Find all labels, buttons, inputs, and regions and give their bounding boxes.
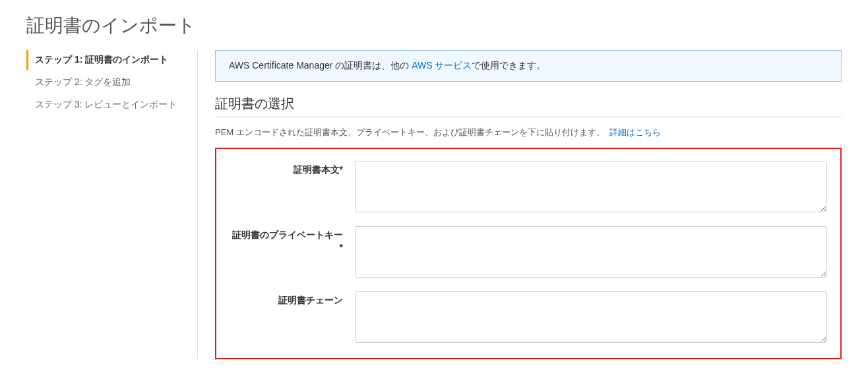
step-label: ステップ 1: 証明書のインポート (35, 54, 168, 65)
main-layout: ステップ 1: 証明書のインポート ステップ 2: タグを追加 ステップ 3: … (26, 50, 842, 359)
step-label: ステップ 2: タグを追加 (35, 76, 131, 87)
section-description-text: PEM エンコードされた証明書本文、プライベートキー、および証明書チェーンを下に… (215, 127, 605, 137)
step-2-add-tags[interactable]: ステップ 2: タグを追加 (26, 73, 184, 92)
info-banner: AWS Certificate Manager の証明書は、他の AWS サービ… (215, 50, 842, 82)
section-description: PEM エンコードされた証明書本文、プライベートキー、および証明書チェーンを下に… (215, 127, 842, 138)
form-row-chain: 証明書チェーン (230, 291, 827, 345)
wizard-sidebar: ステップ 1: 証明書のインポート ステップ 2: タグを追加 ステップ 3: … (26, 50, 198, 359)
section-title-select-certificate: 証明書の選択 (215, 95, 842, 117)
label-certificate-private-key: 証明書のプライベートキー* (230, 226, 355, 254)
step-1-import-certificate[interactable]: ステップ 1: 証明書のインポート (26, 50, 184, 70)
info-text-pre: AWS Certificate Manager の証明書は、他の (229, 60, 412, 71)
main-content: AWS Certificate Manager の証明書は、他の AWS サービ… (198, 50, 842, 359)
step-3-review-import[interactable]: ステップ 3: レビューとインポート (26, 95, 184, 115)
form-row-body: 証明書本文* (230, 161, 827, 214)
page-title: 証明書のインポート (26, 13, 842, 38)
label-certificate-body: 証明書本文* (230, 161, 355, 176)
step-label: ステップ 3: レビューとインポート (35, 99, 177, 109)
certificate-form: 証明書本文* 証明書のプライベートキー* 証明書チェーン (215, 148, 842, 359)
certificate-body-input[interactable] (355, 161, 827, 212)
label-certificate-chain: 証明書チェーン (230, 291, 355, 307)
field-certificate-body (355, 161, 827, 214)
info-text-post: で使用できます。 (472, 60, 545, 71)
certificate-private-key-input[interactable] (355, 226, 827, 278)
field-certificate-private-key (355, 226, 827, 280)
aws-services-link[interactable]: AWS サービス (412, 60, 472, 71)
certificate-chain-input[interactable] (355, 291, 827, 343)
learn-more-link[interactable]: 詳細はこちら (609, 127, 661, 137)
form-row-private-key: 証明書のプライベートキー* (230, 226, 827, 280)
field-certificate-chain (355, 291, 827, 345)
